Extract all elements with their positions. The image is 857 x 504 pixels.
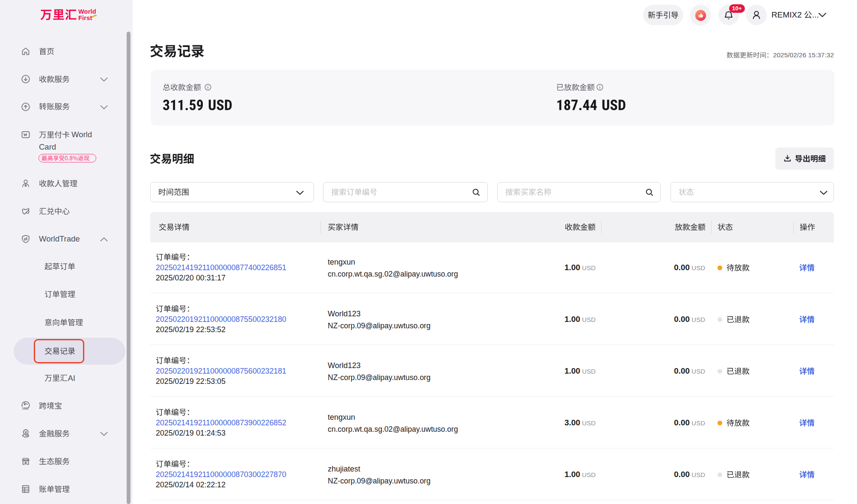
- svg-text:1688: 1688: [22, 407, 28, 410]
